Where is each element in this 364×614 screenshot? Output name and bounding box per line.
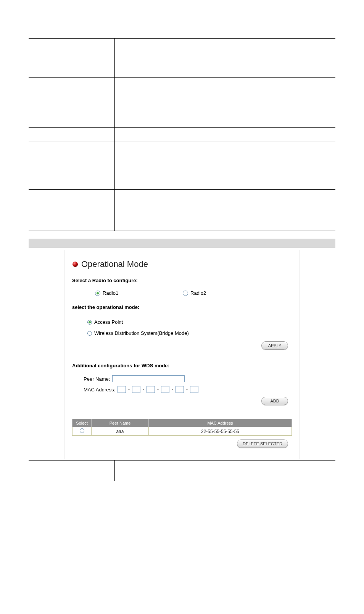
mode-ap-radio-icon [87,320,92,325]
add-button[interactable]: ADD [261,397,288,405]
mode-wds-label: Wireless Distribution System(Bridge Mode… [94,330,189,336]
mode-wds[interactable]: Wireless Distribution System(Bridge Mode… [87,330,292,336]
upper-table [29,38,335,231]
operational-mode-options: Access Point Wireless Distribution Syste… [72,319,292,336]
radio2-label: Radio2 [190,290,206,296]
mac-octet-5-input[interactable] [176,386,184,393]
wds-config-heading: Additional configurations for WDS mode: [72,363,292,368]
mac-sep: - [172,387,173,392]
peer-table: Select Peer Name MAC Address aaa 22-55-5… [72,419,292,436]
mac-octet-2-input[interactable] [132,386,140,393]
peer-row-select-radio[interactable] [80,428,84,433]
mac-octet-3-input[interactable] [147,386,155,393]
mac-address-row: MAC Address: - - - - - [84,386,292,393]
table-row: aaa 22-55-55-55-55-55 [72,427,292,436]
peer-table-header-select: Select [72,419,92,427]
peer-name-label: Peer Name: [84,376,110,382]
operational-mode-panel: Operational Mode Select a Radio to confi… [64,250,300,459]
mac-octet-4-input[interactable] [161,386,169,393]
lower-table [29,460,335,481]
svg-point-0 [72,262,78,267]
mode-access-point[interactable]: Access Point [87,319,292,325]
radio1-radio-icon [95,291,100,296]
mode-ap-label: Access Point [94,319,123,325]
delete-selected-button[interactable]: DELETE SELECTED [237,439,288,448]
mac-sep: - [143,387,144,392]
apply-button[interactable]: APPLY [261,341,288,350]
mac-address-label: MAC Address: [84,387,115,393]
wds-form: Peer Name: MAC Address: - - - - - [72,375,292,393]
panel-title: Operational Mode [72,259,292,269]
mac-sep: - [186,387,188,392]
peer-row-name: aaa [92,427,149,436]
radio1-option[interactable]: Radio1 [95,290,183,296]
grey-separator-bar [29,239,335,248]
radio2-radio-icon [183,291,188,296]
mac-sep: - [128,387,130,392]
select-mode-heading: select the operational mode: [72,304,292,310]
radio-select-row: Radio1 Radio2 [72,290,292,296]
radio1-label: Radio1 [103,290,118,296]
peer-row-mac: 22-55-55-55-55-55 [149,427,292,436]
select-radio-heading: Select a Radio to configure: [72,278,292,283]
radio2-option[interactable]: Radio2 [183,290,206,296]
panel-title-text: Operational Mode [81,259,148,269]
peer-table-header-mac: MAC Address [149,419,292,427]
mac-octet-6-input[interactable] [190,386,198,393]
peer-table-header-peer: Peer Name [92,419,149,427]
peer-name-row: Peer Name: [84,375,292,382]
mac-sep: - [157,387,159,392]
mode-wds-radio-icon [87,331,92,336]
mac-octet-1-input[interactable] [118,386,126,393]
red-dot-icon [72,261,78,267]
peer-name-input[interactable] [112,375,185,382]
